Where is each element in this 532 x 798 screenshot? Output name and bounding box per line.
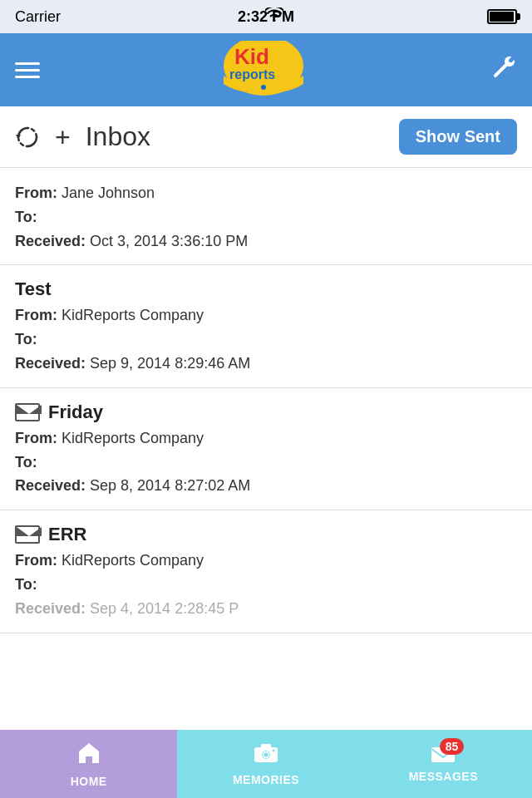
- battery-icon: [487, 9, 517, 24]
- envelope-icon: [15, 525, 40, 544]
- message-item[interactable]: Test From: KidReports Company To: Receiv…: [0, 265, 532, 387]
- svg-point-3: [261, 85, 266, 90]
- message-from: From: KidReports Company: [15, 426, 517, 451]
- tab-home-label: HOME: [71, 775, 107, 788]
- carrier-label: Carrier: [15, 8, 61, 26]
- camera-icon: [254, 742, 278, 770]
- battery-container: [487, 9, 517, 24]
- message-received: Received: Sep 9, 2014 8:29:46 AM: [15, 352, 517, 376]
- tab-bar: HOME MEMORIES 85 MESSAGES: [0, 730, 532, 798]
- page-title: Inbox: [86, 121, 384, 152]
- tab-memories[interactable]: MEMORIES: [177, 730, 354, 798]
- message-received: Received: Oct 3, 2014 3:36:10 PM: [15, 229, 517, 254]
- message-subject: ERR: [15, 524, 517, 545]
- message-item[interactable]: ERR From: KidReports Company To: Receive…: [0, 510, 532, 633]
- nav-bar: Kid reports: [0, 33, 532, 106]
- home-icon: [76, 741, 101, 771]
- svg-text:reports: reports: [229, 67, 275, 81]
- message-received: Received: Sep 8, 2014 8:27:02 AM: [15, 474, 517, 498]
- message-subject: Friday: [15, 401, 517, 423]
- svg-point-9: [272, 749, 274, 751]
- message-to: To:: [15, 451, 517, 475]
- tab-messages[interactable]: 85 MESSAGES: [355, 730, 532, 798]
- refresh-button[interactable]: [15, 125, 40, 150]
- message-from: From: KidReports Company: [15, 303, 517, 328]
- message-to: To:: [15, 205, 517, 229]
- message-item[interactable]: Friday From: KidReports Company To: Rece…: [0, 388, 532, 510]
- tab-messages-label: MESSAGES: [409, 770, 478, 783]
- message-item[interactable]: From: Jane Johnson To: Received: Oct 3, …: [0, 168, 532, 265]
- message-to: To:: [15, 573, 517, 597]
- svg-rect-8: [261, 744, 271, 748]
- time-display: 2:32 PM: [238, 8, 294, 26]
- message-to: To:: [15, 328, 517, 352]
- envelope-icon: [15, 403, 40, 421]
- message-subject: Test: [15, 278, 517, 300]
- hamburger-menu[interactable]: [15, 62, 40, 78]
- svg-text:Kid: Kid: [234, 44, 269, 69]
- status-bar: Carrier 2:32 PM: [0, 0, 532, 33]
- message-from: From: KidReports Company: [15, 549, 517, 573]
- settings-wrench-icon[interactable]: [487, 52, 517, 88]
- tab-home[interactable]: HOME: [0, 730, 177, 798]
- message-from: From: Jane Johnson: [15, 181, 517, 205]
- compose-button[interactable]: +: [55, 124, 71, 150]
- message-list: From: Jane Johnson To: Received: Oct 3, …: [0, 168, 532, 730]
- messages-tab-icon-container: 85: [431, 745, 456, 766]
- messages-badge: 85: [440, 738, 465, 755]
- show-sent-button[interactable]: Show Sent: [399, 119, 517, 155]
- message-received: Received: Sep 4, 2014 2:28:45 P: [15, 597, 517, 621]
- tab-memories-label: MEMORIES: [233, 773, 299, 786]
- app-logo: Kid reports: [218, 41, 309, 99]
- svg-marker-4: [16, 135, 21, 139]
- logo-svg: Kid reports: [218, 41, 309, 99]
- inbox-toolbar: + Inbox Show Sent: [0, 106, 532, 168]
